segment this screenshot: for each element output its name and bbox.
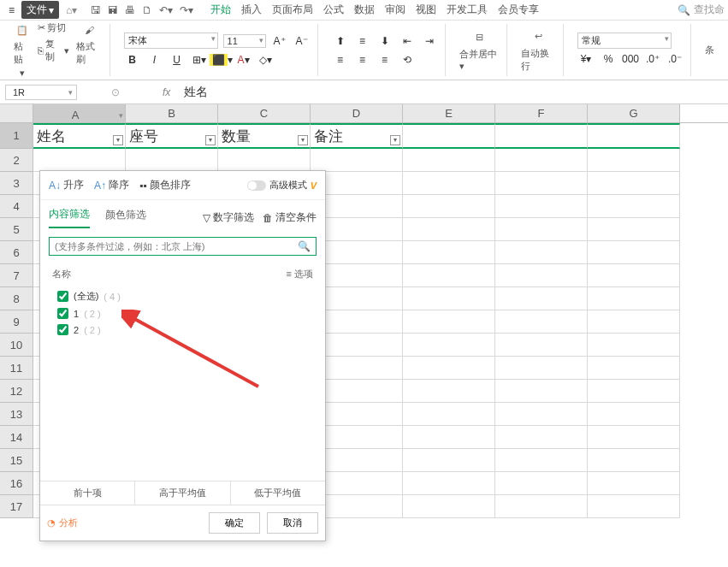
above-avg-button[interactable]: 高于平均值 bbox=[135, 481, 230, 505]
cell[interactable] bbox=[403, 264, 495, 287]
cell[interactable] bbox=[495, 241, 588, 264]
cell[interactable]: 座号▾ bbox=[126, 123, 218, 149]
color-filter-tab[interactable]: 颜色筛选 bbox=[105, 208, 146, 227]
fill-button[interactable]: ⬛▾ bbox=[213, 51, 230, 68]
name-box[interactable]: 1R bbox=[5, 85, 77, 100]
cell[interactable] bbox=[588, 172, 680, 195]
redo-icon[interactable]: ↷▾ bbox=[180, 4, 193, 16]
cell[interactable] bbox=[495, 357, 588, 380]
ok-button[interactable]: 确定 bbox=[209, 512, 260, 534]
numfmt-select[interactable]: 常规 bbox=[577, 32, 672, 49]
col-header[interactable]: D bbox=[311, 104, 403, 122]
cell[interactable] bbox=[588, 264, 680, 287]
col-header[interactable]: G bbox=[588, 104, 680, 122]
indent-inc-icon[interactable]: ⇥ bbox=[421, 32, 438, 50]
cell[interactable] bbox=[218, 149, 311, 172]
menu-icon[interactable]: ≡ bbox=[3, 3, 20, 18]
tab-data[interactable]: 数据 bbox=[354, 3, 375, 17]
row-header[interactable]: 5 bbox=[0, 218, 33, 241]
cell[interactable]: 数量▾ bbox=[218, 123, 311, 149]
cell[interactable] bbox=[588, 380, 680, 403]
copy-button[interactable]: ⎘复制▾ bbox=[38, 38, 68, 63]
bold-button[interactable]: B bbox=[124, 51, 141, 68]
top-items-button[interactable]: 前十项 bbox=[40, 481, 135, 505]
align-center-icon[interactable]: ≡ bbox=[354, 51, 371, 68]
shrink-font-icon[interactable]: A⁻ bbox=[293, 32, 311, 50]
cell[interactable] bbox=[495, 287, 588, 310]
row-header[interactable]: 15 bbox=[0, 449, 33, 472]
list-options-button[interactable]: ≡ 选项 bbox=[287, 268, 313, 281]
row-header[interactable]: 11 bbox=[0, 357, 33, 380]
row-header[interactable]: 14 bbox=[0, 426, 33, 449]
cancel-icon[interactable]: ⊙ bbox=[111, 86, 120, 98]
clear-format-icon[interactable]: ◇▾ bbox=[257, 51, 275, 68]
cell[interactable] bbox=[33, 149, 126, 172]
dec-dec-icon[interactable]: .0⁻ bbox=[666, 50, 684, 68]
cell[interactable] bbox=[588, 310, 680, 334]
filter-item[interactable]: 2 ( 2 ) bbox=[52, 322, 313, 338]
cell[interactable] bbox=[588, 403, 680, 426]
print-icon[interactable]: 🖶 bbox=[125, 4, 135, 16]
undo-icon[interactable]: ↶▾ bbox=[159, 4, 173, 16]
border-button[interactable]: ⊞▾ bbox=[191, 51, 208, 68]
content-filter-tab[interactable]: 内容筛选 bbox=[49, 207, 90, 228]
cell[interactable] bbox=[403, 218, 495, 241]
row-header[interactable]: 12 bbox=[0, 380, 33, 403]
filter-search[interactable]: 🔍 bbox=[49, 237, 317, 256]
tab-insert[interactable]: 插入 bbox=[241, 3, 262, 17]
search-box[interactable]: 🔍查找命 bbox=[678, 3, 725, 17]
cell[interactable] bbox=[588, 149, 680, 172]
underline-button[interactable]: U bbox=[169, 51, 186, 68]
filter-checkbox[interactable] bbox=[57, 291, 68, 302]
row-header[interactable]: 2 bbox=[0, 149, 33, 172]
tab-view[interactable]: 视图 bbox=[416, 3, 436, 17]
cell[interactable] bbox=[495, 334, 588, 357]
cell[interactable] bbox=[403, 123, 495, 149]
cell[interactable] bbox=[403, 357, 495, 380]
tab-review[interactable]: 审阅 bbox=[385, 3, 405, 17]
home-dropdown-icon[interactable]: ⌂▾ bbox=[61, 3, 82, 18]
cell[interactable] bbox=[588, 218, 680, 241]
cell[interactable] bbox=[403, 149, 495, 172]
tab-vip[interactable]: 会员专享 bbox=[498, 3, 539, 17]
saveas-icon[interactable]: 🖬 bbox=[108, 4, 118, 16]
cell[interactable] bbox=[495, 195, 588, 218]
filter-checkbox[interactable] bbox=[57, 308, 68, 319]
cell[interactable] bbox=[403, 403, 495, 426]
cell[interactable] bbox=[403, 310, 495, 334]
cancel-button[interactable]: 取消 bbox=[267, 512, 318, 534]
font-color-button[interactable]: A▾ bbox=[235, 51, 252, 68]
cell[interactable] bbox=[403, 172, 495, 195]
cell[interactable] bbox=[495, 380, 588, 403]
percent-icon[interactable]: % bbox=[600, 50, 617, 68]
number-filter-button[interactable]: ▽数字筛选 bbox=[203, 210, 254, 225]
cell[interactable] bbox=[403, 380, 495, 403]
cell[interactable]: 姓名▾ bbox=[33, 123, 126, 149]
align-bot-icon[interactable]: ⬇ bbox=[376, 32, 394, 50]
col-header[interactable]: A bbox=[33, 104, 126, 122]
orient-icon[interactable]: ⟲ bbox=[399, 51, 416, 68]
advanced-toggle[interactable]: 高级模式 V bbox=[247, 179, 317, 192]
more-toggle[interactable]: 条 bbox=[705, 44, 714, 56]
grow-font-icon[interactable]: A⁺ bbox=[271, 32, 288, 50]
inc-dec-icon[interactable]: .0⁺ bbox=[644, 50, 661, 68]
cell[interactable] bbox=[311, 149, 403, 172]
cell[interactable] bbox=[495, 472, 588, 495]
cell[interactable] bbox=[495, 264, 588, 287]
align-mid-icon[interactable]: ≡ bbox=[354, 32, 371, 50]
filter-search-input[interactable] bbox=[55, 241, 298, 251]
cell[interactable] bbox=[403, 472, 495, 495]
fx-label[interactable]: fx bbox=[163, 86, 170, 98]
filter-dropdown-icon[interactable]: ▾ bbox=[205, 135, 216, 145]
row-header[interactable]: 9 bbox=[0, 310, 33, 334]
sort-desc-button[interactable]: A↑降序 bbox=[94, 178, 129, 192]
cell[interactable] bbox=[403, 449, 495, 472]
tab-layout[interactable]: 页面布局 bbox=[272, 3, 313, 17]
align-right-icon[interactable]: ≡ bbox=[376, 51, 394, 68]
comma-icon[interactable]: 000 bbox=[622, 50, 639, 68]
filter-dropdown-icon[interactable]: ▾ bbox=[113, 135, 123, 145]
cell[interactable] bbox=[403, 287, 495, 310]
cell[interactable] bbox=[495, 449, 588, 472]
row-header[interactable]: 4 bbox=[0, 195, 33, 218]
cell[interactable] bbox=[588, 334, 680, 357]
